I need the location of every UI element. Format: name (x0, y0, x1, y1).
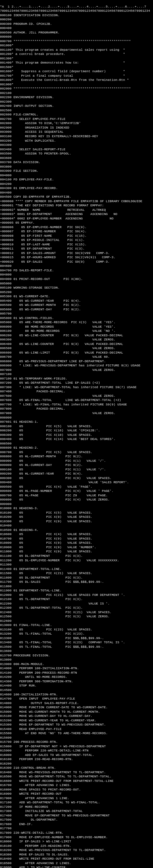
code-line: 009700 05 HL-PAGE PIC Z9 VALUE PAGE. (0, 493, 153, 498)
code-line: 015700 200-PROCESS-RECORD-RTN. (0, 740, 153, 744)
code-line: 012000 05 PIC X(21) VALUE SPACES FOR DEP… (0, 593, 153, 597)
code-line: 001000* (0, 43, 153, 48)
code-line: +000003* 0001 EP-DEPARTMENT ASCENDING AS… (0, 212, 153, 216)
code-line: 008900 05 PIC X(1) VALUE '/'. (0, 459, 153, 463)
code-line: 007500 VALUE ZEROS. (0, 394, 153, 398)
code-line: 000100 IDENTIFICATION DIVISION. (0, 13, 153, 18)
code-line: 006600 05 WS-LINE-LIMIT PIC 9(3) VALUE P… (0, 350, 153, 355)
code-line: +000002* NUMBER NAME RETRIEVAL ALTRKEQ (0, 208, 153, 212)
code-line: 009300 05 PIC X(9) VALUE SPACES. (0, 476, 153, 480)
code-line: 018200 MOVE WS-PREVIOUS-DEPARTMENT TO TL… (0, 848, 153, 852)
code-line: 004700 FD SALES-REPORT-FILE. (0, 268, 153, 273)
code-line: 002700 SELECT EMPLOYEE-PAY-FILE (0, 117, 153, 121)
code-line: +000012 05 EP-SALES-AMOUNT PIC S9(9)V99 … (0, 251, 153, 255)
code-line: 012500 PIC X(3) VALUE ZEROS. (0, 614, 153, 619)
code-line: 002500 (0, 108, 153, 113)
code-line: 001100* This program creates a departmen… (0, 48, 153, 52)
code-line: 012300 05 TL-DEPARTMENT-TOTAL PIC X(3). (0, 606, 153, 610)
code-line: +000001 *THE KEY DEFINITIONS FOR RECORD … (0, 203, 153, 208)
code-line: 018400 WRITE PRINT-RECORD-OUT FROM DETAI… (0, 857, 153, 861)
code-line: 007900 VALUE ZEROS. (0, 411, 153, 415)
code-line: 007100 (0, 372, 153, 376)
code-line: 016600 WRITE PRINT-RECORD-OUT FROM DEPAR… (0, 779, 153, 783)
code-line: 018600 ADD 1 TO WS-LINE-COUNTER. (0, 865, 153, 868)
code-line: 003800 (0, 164, 153, 169)
code-line: 006200 05 WS-LINE-COUNTER PIC 9(3) VALUE… (0, 333, 153, 338)
code-line: 015900 PERFORM 220-WRITE-DETAIL-LINE-RTN (0, 748, 153, 753)
code-line: 009800 05 PIC X(4) VALUE ZEROS. (0, 497, 153, 502)
code-line: 001800* Execute the Control-Break-Rtn fr… (0, 78, 153, 82)
code-line: 013100 05 PIC X(23) VALUE SPACES. (0, 627, 153, 632)
code-line: 016400 MOVE WS-PREVIOUS-DEPARTMENT TO TL… (0, 770, 153, 775)
code-line: 002800 ASSIGN TO DISK,'C:\EMPAYFI2B' (0, 121, 153, 125)
code-line: 017200 IF MORE-RECORDS (0, 805, 153, 809)
code-line: 016800 MOVE SPACES TO PRINT-RECORD-OUT. (0, 787, 153, 792)
code-line: 002100 (0, 91, 153, 95)
code-line: 009200 05 HL-CURRENT-YEAR PIC 9(4). (0, 471, 153, 476)
code-line: 007000 VALUE ZEROS. (0, 368, 153, 372)
code-line: 010400 (0, 523, 153, 528)
code-line: +000010 05 EP-LAST-NAME PIC X(15). (0, 242, 153, 247)
code-line: 008300 05 PIC X(10) VALUE SPACES. (0, 433, 153, 437)
code-line: 016000 ADD EP-SALES TO WS-DEPARTMENT-TOT… (0, 753, 153, 757)
code-line: 009000 05 HL-CURRENT-DAY PIC 9(2). (0, 463, 153, 467)
code-container: *A 1 2...+....1....+....2....+....3....+… (0, 0, 153, 868)
code-line: 002900 ORGANIZATION IS INDEXED (0, 125, 153, 130)
code-line: 004200 (0, 182, 153, 186)
code-line: 005600 05 WS-CURRENT-DAY PIC 9(2). (0, 307, 153, 312)
code-line: 016300 210-CONTROL-BREAK-RTN. (0, 766, 153, 770)
code-line: 018000 IF EP-SALES > WS-LINE-LIMIT (0, 839, 153, 844)
code-line: 010100 05 PIC X(5) VALUE SPACES. (0, 510, 153, 515)
code-line: 013800 (0, 657, 153, 662)
code-line: 006700 VALUE 60. (0, 355, 153, 359)
code-line: 006500 VALUE ZEROS. (0, 346, 153, 350)
code-line: 009500 05 PIC X(4) VALUE 'PAGE'. (0, 485, 153, 489)
code-line: 003700 DATA DIVISION. (0, 160, 153, 164)
code-line: 005300 01 WS-CURRENT-DATE. (0, 294, 153, 299)
code-line: 015600 (0, 736, 153, 740)
code-line: 007300 * LIKE: WS-DEPARTMENT-TOTAL has i… (0, 385, 153, 390)
code-line: 000700 *********************************… (0, 39, 153, 43)
code-line: 017900 MOVE EP-EMPLOYEE-NUMBER TO DL-EMP… (0, 835, 153, 840)
code-line: 009400 VALUE 'SALES REPORT'. (0, 480, 153, 485)
code-line: 007600 05 WS-FINAL-TOTAL LIKE WS-DEPARTM… (0, 398, 153, 402)
code-line: 015800 IF EP-DEPARTMENT NOT = WS-PREVIOU… (0, 744, 153, 749)
code-line: 001900* (0, 82, 153, 87)
code-line: 011500 05 PIC X(21) VALUE SPACES. (0, 571, 153, 576)
code-line: 017500 DL-DEPARTMENT. (0, 817, 153, 822)
code-line: 011900 01 DEPARTMENT-TOTAL-LINE. (0, 588, 153, 593)
code-line: 008400 05 PIC X(14) VALUE 'BEST DEAL STO… (0, 437, 153, 441)
code-line: 016100 PERFORM 230-READ-RECORD-RTN. (0, 757, 153, 762)
code-line: *A 1 2...+....1....+....2....+....3....+… (0, 4, 153, 9)
code-line: 003200 WITH DUPLICATES. (0, 138, 153, 143)
code-line: 016700 AFTER ADVANCING 2 LINES. (0, 783, 153, 787)
code-line: 001700* Print a final company total * (0, 73, 153, 78)
code-line: 013200 05 TL-FINAL-TOTAL PIC X(23). (0, 631, 153, 636)
code-line: 000300 PROGRAM-ID. CPCH12B. (0, 22, 153, 26)
code-line: 013600 (0, 649, 153, 653)
code-line: 003300 (0, 143, 153, 147)
code-line: 003600 (0, 156, 153, 160)
code-line: 004300 01 EMPLOYEE-PAY-RECORD. (0, 186, 153, 190)
code-line: +000005 05 EMPPAY. (0, 221, 153, 225)
code-line: 009100 05 PIC X(1) VALUE '/'. (0, 467, 153, 472)
code-line: 015000 MOVE WS-CURRENT-MONTH TO HL-CURRE… (0, 710, 153, 714)
code-line: 011000 05 PIC X(9) VALUE SPACES. (0, 549, 153, 554)
code-line: 014100 PERFORM 200-PROCESS-RECORD-RTN (0, 671, 153, 675)
code-line: 007400 PACKED-DECIMAL. (0, 389, 153, 394)
code-line: 006100 88 NO-MORE-RECORDS VALUE 'NO '. (0, 329, 153, 333)
code-line: 013700 PROCEDURE DIVISION. (0, 653, 153, 658)
code-line: 010300 05 PIC X(9) VALUE SPACES. (0, 519, 153, 524)
code-line: +000007 05 EP-STORE-NUMBER PIC S9(4). (0, 229, 153, 234)
code-line: 014600 100-INITIALIZATION-RTN. (0, 692, 153, 697)
code-line: 003100 RECORD KEY IS EXTERNALLY-DESCRIBE… (0, 134, 153, 138)
code-line: 007100 01 WS-TEMPORARY-WORK-FIELDS. (0, 376, 153, 381)
code-line: 004500 COPY DD-EMPPAYFR OF EMPAYFI2B. (0, 195, 153, 199)
code-line: 013900 000-MAIN-MODULE. (0, 662, 153, 666)
code-line: 012600 (0, 619, 153, 623)
code-line: 014800 OUTPUT SALES-REPORT-FILE. (0, 701, 153, 706)
code-line: 012100 05 TL-DEPARTMENT PIC X(3). (0, 597, 153, 601)
code-line: 004000 (0, 173, 153, 178)
code-line: 016200 (0, 762, 153, 766)
code-line: 006900 * LIKE: WS-PREVIOUS-DEPARTMENT ha… (0, 363, 153, 368)
